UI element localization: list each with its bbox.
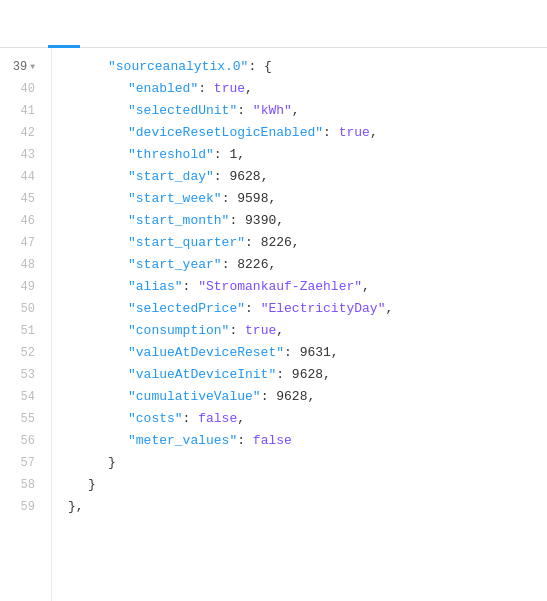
code-line-42: "deviceResetLogicEnabled": true, <box>68 122 547 144</box>
json-key: "selectedUnit" <box>128 100 237 122</box>
json-punctuation: , <box>268 254 276 276</box>
app-container: 39▼4041424344454647484950515253545556575… <box>0 0 547 601</box>
json-number: 8226 <box>237 254 268 276</box>
line-number-gutter: 39▼4041424344454647484950515253545556575… <box>0 48 52 601</box>
code-line-55: "costs": false, <box>68 408 547 430</box>
json-punctuation: : <box>183 408 199 430</box>
line-number-56: 56 <box>0 430 43 452</box>
line-number-57: 57 <box>0 452 43 474</box>
code-editor: 39▼4041424344454647484950515253545556575… <box>0 48 547 601</box>
line-number-53: 53 <box>0 364 43 386</box>
code-line-54: "cumulativeValue": 9628, <box>68 386 547 408</box>
json-punctuation: : <box>214 144 230 166</box>
line-number-46: 46 <box>0 210 43 232</box>
json-punctuation: , <box>370 122 378 144</box>
json-punctuation: : <box>245 298 261 320</box>
json-punctuation: : <box>276 364 292 386</box>
line-number-42: 42 <box>0 122 43 144</box>
json-punctuation: : <box>222 188 238 210</box>
json-brace: }, <box>68 496 84 518</box>
json-punctuation: , <box>292 100 300 122</box>
json-number: 9628 <box>292 364 323 386</box>
code-content: "sourceanalytix.0": {"enabled": true,"se… <box>52 48 547 601</box>
json-key: "costs" <box>128 408 183 430</box>
json-punctuation: , <box>261 166 269 188</box>
line-number-59: 59 <box>0 496 43 518</box>
json-punctuation: : <box>229 210 245 232</box>
json-string: "ElectricityDay" <box>261 298 386 320</box>
json-punctuation: , <box>323 364 331 386</box>
line-number-48: 48 <box>0 254 43 276</box>
tab-objektdaten[interactable] <box>48 21 80 48</box>
code-line-51: "consumption": true, <box>68 320 547 342</box>
code-line-46: "start_month": 9390, <box>68 210 547 232</box>
json-bool: false <box>253 430 292 452</box>
code-line-50: "selectedPrice": "ElectricityDay", <box>68 298 547 320</box>
json-punctuation: : <box>323 122 339 144</box>
json-punctuation: , <box>331 342 339 364</box>
json-punctuation: : <box>261 386 277 408</box>
line-number-43: 43 <box>0 144 43 166</box>
code-line-58: } <box>68 474 547 496</box>
json-key: "valueAtDeviceReset" <box>128 342 284 364</box>
json-string: "Stromankauf-Zaehler" <box>198 276 362 298</box>
json-number: 9631 <box>300 342 331 364</box>
code-line-40: "enabled": true, <box>68 78 547 100</box>
code-line-45: "start_week": 9598, <box>68 188 547 210</box>
json-number: 9628 <box>229 166 260 188</box>
json-number: 9390 <box>245 210 276 232</box>
code-line-56: "meter_values": false <box>68 430 547 452</box>
json-punctuation: , <box>276 320 284 342</box>
tab-common[interactable] <box>16 21 48 48</box>
json-key: "start_week" <box>128 188 222 210</box>
json-key: "start_year" <box>128 254 222 276</box>
code-line-52: "valueAtDeviceReset": 9631, <box>68 342 547 364</box>
code-line-53: "valueAtDeviceInit": 9628, <box>68 364 547 386</box>
json-bool: false <box>198 408 237 430</box>
line-number-51: 51 <box>0 320 43 342</box>
code-line-47: "start_quarter": 8226, <box>68 232 547 254</box>
json-key: "consumption" <box>128 320 229 342</box>
json-punctuation: , <box>237 408 245 430</box>
json-punctuation: : <box>214 166 230 188</box>
json-number: 8226 <box>261 232 292 254</box>
json-punctuation: : { <box>248 56 271 78</box>
json-key: "threshold" <box>128 144 214 166</box>
code-line-48: "start_year": 8226, <box>68 254 547 276</box>
code-line-44: "start_day": 9628, <box>68 166 547 188</box>
json-punctuation: : <box>229 320 245 342</box>
json-bool: true <box>245 320 276 342</box>
code-line-43: "threshold": 1, <box>68 144 547 166</box>
json-punctuation: : <box>222 254 238 276</box>
json-punctuation: : <box>183 276 199 298</box>
tab-bar <box>0 0 547 48</box>
json-key: "start_day" <box>128 166 214 188</box>
json-key: "alias" <box>128 276 183 298</box>
json-number: 9598 <box>237 188 268 210</box>
line-number-45: 45 <box>0 188 43 210</box>
json-key: "valueAtDeviceInit" <box>128 364 276 386</box>
line-number-55: 55 <box>0 408 43 430</box>
json-key: "start_quarter" <box>128 232 245 254</box>
json-brace: } <box>108 452 116 474</box>
json-bool: true <box>214 78 245 100</box>
json-key: "deviceResetLogicEnabled" <box>128 122 323 144</box>
json-key: "enabled" <box>128 78 198 100</box>
json-key: "cumulativeValue" <box>128 386 261 408</box>
code-line-39: "sourceanalytix.0": { <box>68 56 547 78</box>
code-line-41: "selectedUnit": "kWh", <box>68 100 547 122</box>
json-punctuation: , <box>245 78 253 100</box>
json-key: "meter_values" <box>128 430 237 452</box>
code-line-59: }, <box>68 496 547 518</box>
json-punctuation: : <box>237 100 253 122</box>
json-string: "kWh" <box>253 100 292 122</box>
json-punctuation: , <box>362 276 370 298</box>
json-key: "start_month" <box>128 210 229 232</box>
json-number: 1 <box>229 144 237 166</box>
line-number-47: 47 <box>0 232 43 254</box>
code-line-57: } <box>68 452 547 474</box>
line-number-39: 39▼ <box>0 56 43 78</box>
line-number-41: 41 <box>0 100 43 122</box>
json-bool: true <box>339 122 370 144</box>
line-number-49: 49 <box>0 276 43 298</box>
